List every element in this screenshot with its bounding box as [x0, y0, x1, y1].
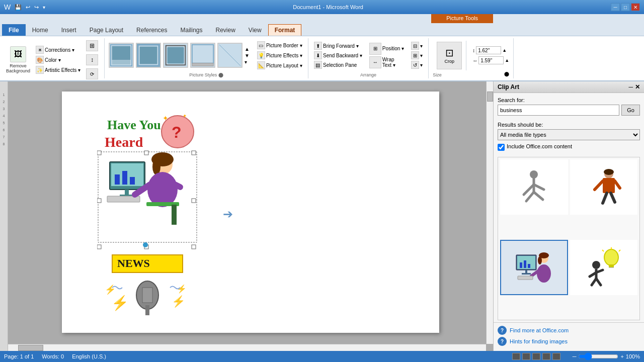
- reset-picture-button[interactable]: ⟳: [84, 67, 100, 80]
- selection-pane-button[interactable]: ▤ Selection Pane: [312, 60, 364, 69]
- style-thumb-5[interactable]: [217, 43, 243, 68]
- svg-rect-7: [192, 45, 213, 63]
- clipart-item-4[interactable]: [570, 240, 638, 295]
- quick-save[interactable]: 💾: [15, 4, 22, 11]
- tab-page-layout[interactable]: Page Layout: [83, 24, 130, 36]
- style-thumb-2[interactable]: [136, 43, 161, 68]
- include-office-checkbox[interactable]: [498, 144, 505, 151]
- full-screen-icon[interactable]: [522, 353, 530, 360]
- clipart-item-1[interactable]: [500, 159, 568, 215]
- bring-forward-button[interactable]: ⬆ Bring Forward ▾: [312, 41, 364, 50]
- size-expand[interactable]: ⬤: [504, 71, 509, 77]
- vertical-scrollbar[interactable]: [486, 81, 493, 344]
- group-button[interactable]: ⊞ ▾: [410, 51, 424, 60]
- remove-background-button[interactable]: 🖼 RemoveBackground: [4, 45, 32, 74]
- artistic-effects-button[interactable]: ✨ Artistic Effects ▾: [34, 65, 82, 74]
- crop-button[interactable]: ⊡ Crop: [437, 42, 462, 69]
- tab-format[interactable]: Format: [268, 24, 302, 36]
- quick-undo[interactable]: ↩: [26, 4, 30, 11]
- svg-text:⚡: ⚡: [172, 295, 186, 308]
- height-input[interactable]: 1.62": [476, 46, 501, 54]
- corrections-button[interactable]: ☀ Corrections ▾: [34, 45, 82, 54]
- styles-expand[interactable]: ▾: [245, 59, 250, 65]
- zoom-range[interactable]: [578, 352, 618, 360]
- quick-customize[interactable]: ▾: [43, 5, 45, 10]
- quick-redo[interactable]: ↪: [34, 4, 39, 11]
- zoom-increase[interactable]: +: [620, 353, 623, 359]
- svg-rect-33: [172, 205, 177, 225]
- search-input[interactable]: [498, 105, 619, 116]
- ribbon-group-size: ⊡ Crop ↕ 1.62" ▲ ↔ 1.59" ▲ Size ⬤: [429, 38, 514, 78]
- change-picture-button[interactable]: ↕: [84, 53, 100, 66]
- svg-rect-41: [192, 245, 196, 249]
- minimize-button[interactable]: ─: [611, 3, 620, 11]
- draft-icon[interactable]: [552, 353, 560, 360]
- width-spinner-up[interactable]: ▲: [505, 58, 509, 63]
- close-button[interactable]: ✕: [631, 3, 640, 11]
- height-spinner-up[interactable]: ▲: [502, 48, 507, 53]
- zoom-decrease[interactable]: ─: [573, 353, 577, 359]
- hints-link[interactable]: ? Hints for finding images: [498, 337, 640, 346]
- window-title: Document1 - Microsoft Word: [293, 4, 363, 10]
- results-label: Results should be:: [498, 122, 640, 128]
- search-label: Search for:: [498, 97, 640, 103]
- svg-rect-47: [145, 305, 149, 315]
- picture-effects-button[interactable]: 💡 Picture Effects ▾: [256, 51, 304, 60]
- tab-view[interactable]: View: [242, 24, 268, 36]
- align-button[interactable]: ⊟ ▾: [410, 41, 424, 50]
- restore-button[interactable]: □: [621, 3, 630, 11]
- view-icons[interactable]: [512, 353, 560, 360]
- selected-image[interactable]: Have You Heard ? ✦ ✦: [97, 107, 198, 308]
- results-type-select[interactable]: All media file types: [498, 129, 640, 140]
- color-button[interactable]: 🎨 Color ▾: [34, 55, 82, 64]
- picture-styles-expand[interactable]: ⬤: [218, 72, 223, 77]
- clipart-item-2[interactable]: [570, 159, 638, 215]
- find-more-link[interactable]: ? Find more at Office.com: [498, 326, 640, 335]
- style-thumb-4[interactable]: [190, 43, 215, 68]
- svg-rect-2: [112, 60, 131, 64]
- position-button[interactable]: ⊞ Position ▾: [368, 42, 406, 55]
- tab-mailings[interactable]: Mailings: [174, 24, 209, 36]
- tab-insert[interactable]: Insert: [55, 24, 83, 36]
- svg-rect-21: [122, 171, 127, 185]
- horizontal-scrollbar[interactable]: [8, 344, 486, 351]
- style-thumb-1[interactable]: [109, 43, 134, 68]
- compress-pictures-button[interactable]: ⊞: [84, 39, 100, 52]
- tab-home[interactable]: Home: [26, 24, 55, 36]
- svg-rect-1: [112, 46, 131, 60]
- go-button[interactable]: Go: [621, 105, 640, 116]
- size-label: Size: [433, 71, 442, 77]
- send-backward-button[interactable]: ⬇ Send Backward ▾: [312, 51, 364, 60]
- tab-review[interactable]: Review: [209, 24, 242, 36]
- wrap-text-button[interactable]: ↔ WrapText ▾: [368, 56, 406, 69]
- picture-layout-button[interactable]: 📐 Picture Layout ▾: [256, 61, 304, 70]
- outline-icon[interactable]: [542, 353, 550, 360]
- print-layout-icon[interactable]: [512, 353, 520, 360]
- clipart-gallery[interactable]: [498, 157, 640, 320]
- style-thumb-3[interactable]: [163, 43, 188, 68]
- document-area[interactable]: Have You Heard ? ✦ ✦: [8, 81, 493, 351]
- ribbon-tabs: File Home Insert Page Layout References …: [0, 23, 644, 36]
- svg-line-57: [534, 192, 543, 200]
- picture-border-button[interactable]: ▭ Picture Border ▾: [256, 41, 304, 50]
- clipart-item-3[interactable]: [500, 240, 568, 295]
- svg-rect-22: [130, 177, 135, 185]
- title-bar: W 💾 ↩ ↪ ▾ Document1 - Microsoft Word ─ □…: [0, 0, 644, 14]
- svg-rect-38: [192, 199, 196, 203]
- web-layout-icon[interactable]: [532, 353, 540, 360]
- clipart-close[interactable]: ✕: [635, 83, 640, 90]
- styles-scroll-up[interactable]: ▲: [245, 46, 250, 52]
- svg-line-63: [603, 193, 607, 203]
- tab-file[interactable]: File: [2, 24, 26, 36]
- svg-point-78: [604, 249, 618, 265]
- svg-line-82: [619, 250, 620, 251]
- svg-line-61: [595, 181, 603, 190]
- clipart-minimize[interactable]: ─: [628, 83, 633, 90]
- page-info: Page: 1 of 1: [4, 353, 34, 359]
- svg-line-62: [615, 181, 620, 188]
- zoom-slider[interactable]: ─ + 100%: [573, 352, 640, 360]
- styles-scroll-down[interactable]: ▼: [245, 53, 250, 58]
- rotate-button[interactable]: ↺ ▾: [410, 60, 424, 69]
- tab-references[interactable]: References: [130, 24, 174, 36]
- width-input[interactable]: 1.59": [478, 56, 504, 64]
